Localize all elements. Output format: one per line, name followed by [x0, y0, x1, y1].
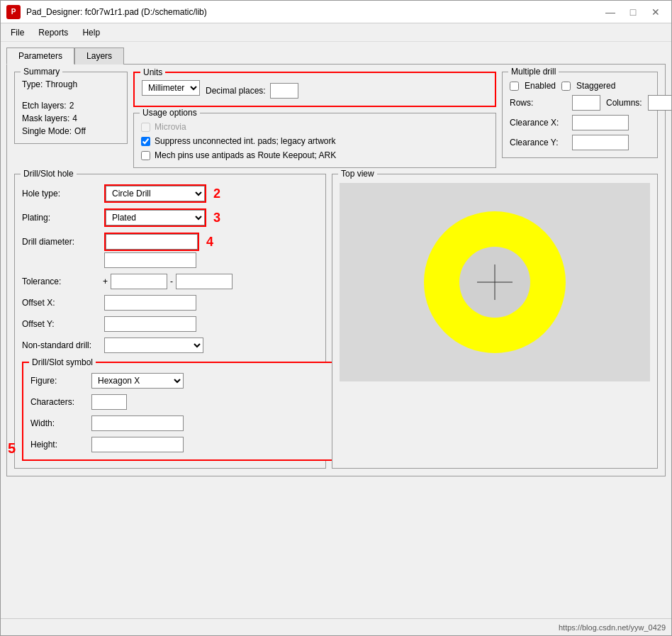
- enabled-label: Enabled: [525, 81, 556, 91]
- status-url: https://blog.csdn.net/yyw_0429: [559, 623, 666, 632]
- center-top: Units Millimeter Inch Mil Decimal places…: [133, 72, 496, 168]
- titlebar-controls: — □ ✕: [600, 4, 666, 20]
- top-view-label: Top view: [338, 169, 377, 179]
- hole-type-select[interactable]: Circle Drill Square Drill Oval Slot Rect…: [106, 186, 205, 201]
- units-inner: Millimeter Inch Mil Decimal places: 4: [142, 77, 488, 99]
- columns-input[interactable]: 1: [648, 95, 671, 111]
- drill-symbol-label: Drill/Slot symbol: [29, 357, 96, 367]
- multi-drill-label: Multiple drill: [508, 67, 559, 77]
- tolerance-plus-input[interactable]: 0.0000: [111, 274, 167, 289]
- plating-wrapper: Plated Non-Plated: [104, 208, 206, 227]
- width-row: Width: 0.1000: [30, 415, 325, 431]
- tolerance-plus: +: [103, 277, 108, 286]
- drill-diameter-row: Drill diameter: 0.7000 4: [22, 233, 318, 251]
- offset-y-input[interactable]: 0.0000: [104, 316, 196, 332]
- main-panel: Summary Type: Through Etch layers: 2 Mas…: [6, 64, 666, 476]
- figure-label: Figure:: [30, 376, 87, 386]
- drill-sub-row: 0.0000: [104, 252, 318, 268]
- tolerance-label: Tolerance:: [22, 277, 100, 286]
- offset-x-input[interactable]: 0.0000: [104, 295, 196, 311]
- cx-input[interactable]: 0.0000: [572, 115, 629, 130]
- height-input[interactable]: 0.1000: [91, 437, 184, 452]
- drill-diameter-label: Drill diameter:: [22, 237, 100, 247]
- offset-x-label: Offset X:: [22, 298, 100, 308]
- drill-diameter-input[interactable]: 0.7000: [106, 234, 198, 250]
- annotation-4: 4: [206, 235, 213, 250]
- annotation-2: 2: [213, 186, 220, 201]
- characters-label: Characters:: [30, 397, 87, 407]
- crosshair-v: [495, 264, 495, 300]
- row-top: Summary Type: Through Etch layers: 2 Mas…: [14, 72, 658, 168]
- offset-y-row: Offset Y: 0.0000: [22, 316, 318, 332]
- plating-select[interactable]: Plated Non-Plated: [106, 210, 205, 225]
- statusbar: https://blog.csdn.net/yyw_0429: [1, 618, 671, 635]
- characters-input[interactable]: 1: [91, 394, 127, 410]
- minimize-button[interactable]: —: [600, 4, 620, 20]
- tolerance-row: Tolerance: + 0.0000 - 0.0000: [22, 274, 318, 289]
- tab-layers[interactable]: Layers: [74, 48, 124, 65]
- non-standard-select[interactable]: [104, 337, 203, 353]
- staggered-label: Staggered: [576, 81, 615, 91]
- annotation-5: 5: [8, 440, 16, 457]
- units-group: Units Millimeter Inch Mil Decimal places…: [133, 72, 496, 107]
- enabled-checkbox[interactable]: [510, 82, 519, 91]
- maximize-button[interactable]: □: [623, 4, 643, 20]
- topview-canvas: [340, 183, 650, 381]
- tolerance-minus-input[interactable]: 0.0000: [176, 274, 233, 289]
- microvia-label: Microvia: [155, 122, 186, 132]
- mech-label: Mech pins use antipads as Route Keepout;…: [155, 150, 336, 160]
- single-label: Single Mode:: [22, 126, 72, 136]
- mech-checkbox[interactable]: [141, 151, 150, 160]
- columns-label: Columns:: [606, 98, 642, 108]
- suppress-row: Suppress unconnected int. pads; legacy a…: [141, 136, 488, 146]
- figure-select[interactable]: Hexagon X Circle Square Triangle: [91, 373, 184, 389]
- md-rows-row: Rows: 1 Columns: 1: [510, 95, 650, 111]
- drill-symbol-group: Drill/Slot symbol Figure: Hexagon X Circ…: [22, 362, 334, 461]
- titlebar-left: P Pad_Designer: fc0r7w1r1.pad (D:/schema…: [6, 5, 207, 19]
- staggered-checkbox[interactable]: [561, 82, 571, 91]
- units-select[interactable]: Millimeter Inch Mil: [142, 80, 200, 96]
- single-row: Single Mode: Off: [22, 126, 120, 136]
- cy-label: Clearance Y:: [510, 138, 566, 147]
- height-row: Height: 0.1000: [30, 437, 325, 452]
- menu-file[interactable]: File: [4, 26, 31, 40]
- md-cy-row: Clearance Y: 0.0000: [510, 135, 650, 150]
- usage-label: Usage options: [140, 108, 200, 118]
- mask-row: Mask layers: 4: [22, 113, 120, 123]
- menubar: File Reports Help: [1, 23, 671, 42]
- hole-type-row: Hole type: Circle Drill Square Drill Ova…: [22, 184, 318, 203]
- hole-type-label: Hole type:: [22, 189, 100, 199]
- decimal-input[interactable]: 4: [270, 83, 298, 99]
- type-row: Type: Through: [22, 79, 120, 89]
- close-button[interactable]: ✕: [646, 4, 666, 20]
- plating-row: Plating: Plated Non-Plated 3: [22, 208, 318, 227]
- pad-ring: [424, 211, 566, 353]
- drill-sub-input[interactable]: 0.0000: [104, 252, 196, 268]
- menu-help[interactable]: Help: [75, 26, 107, 40]
- width-input[interactable]: 0.1000: [91, 415, 184, 431]
- drill-diameter-wrapper: 0.7000: [104, 233, 199, 251]
- microvia-checkbox[interactable]: [141, 123, 150, 132]
- usage-group: Usage options Microvia Suppress unconnec…: [133, 113, 496, 168]
- rows-input[interactable]: 1: [572, 95, 600, 111]
- cy-input[interactable]: 0.0000: [572, 135, 629, 150]
- etch-value: 2: [69, 101, 74, 111]
- menu-reports[interactable]: Reports: [31, 26, 75, 40]
- microvia-row: Microvia: [141, 122, 488, 132]
- units-group-label: Units: [140, 67, 165, 77]
- titlebar: P Pad_Designer: fc0r7w1r1.pad (D:/schema…: [1, 1, 671, 23]
- tab-parameters[interactable]: Parameters: [6, 48, 74, 65]
- height-label: Height:: [30, 440, 87, 450]
- md-cx-row: Clearance X: 0.0000: [510, 115, 650, 130]
- figure-row: Figure: Hexagon X Circle Square Triangle: [30, 373, 325, 389]
- non-standard-label: Non-standard drill:: [22, 340, 100, 350]
- type-label: Type:: [22, 79, 43, 89]
- decimal-row: Decimal places: 4: [206, 83, 298, 99]
- etch-label: Etch layers:: [22, 101, 67, 111]
- annotation-3: 3: [213, 211, 220, 225]
- window-title: Pad_Designer: fc0r7w1r1.pad (D:/schemati…: [26, 7, 207, 17]
- suppress-checkbox[interactable]: [141, 137, 150, 146]
- mask-label: Mask layers:: [22, 113, 69, 123]
- tab-bar: Parameters Layers: [6, 48, 666, 65]
- rows-label: Rows:: [510, 98, 566, 108]
